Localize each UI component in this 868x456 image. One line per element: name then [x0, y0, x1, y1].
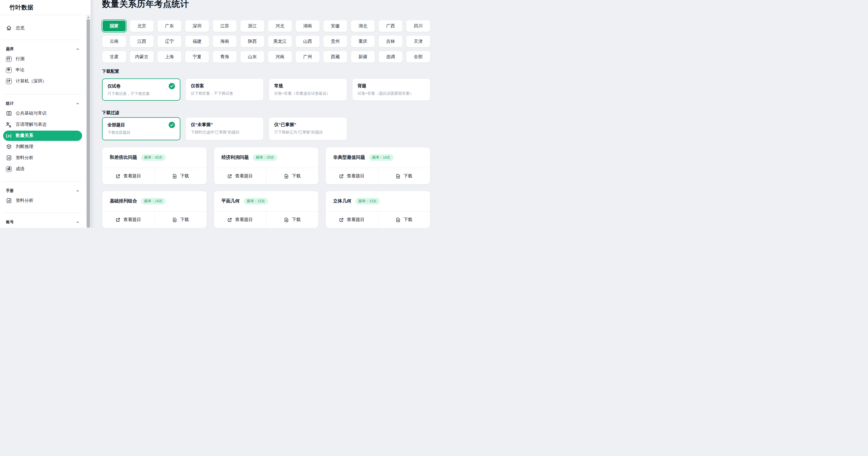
translate-icon: 文A [6, 121, 12, 128]
check-circle-icon [169, 83, 175, 89]
region-chip[interactable]: 广西 [378, 20, 403, 32]
region-chip[interactable]: 河南 [268, 51, 292, 63]
download-button[interactable]: 下载 [378, 211, 430, 228]
region-chip[interactable]: 安徽 [323, 20, 347, 32]
region-chip[interactable]: 江苏 [213, 20, 237, 32]
region-chip[interactable]: 上海 [157, 51, 182, 63]
sidebar-item-ziliao-manual[interactable]: 资料分析 [0, 195, 86, 206]
download-button[interactable]: 下载 [266, 168, 318, 184]
page-title: 数量关系历年考点统计 [102, 0, 430, 9]
sidebar-item-overview[interactable]: 总览 [0, 22, 86, 34]
topic-card: 平面几何 频率：13次 查看题目 下载 [214, 191, 318, 228]
sidebar-item-jisuanji[interactable]: 计 计算机（深圳） [0, 76, 86, 87]
download-config-heading: 下载配置 [102, 69, 430, 74]
topic-name: 立体几何 [333, 198, 351, 204]
external-link-icon [227, 174, 232, 179]
region-chip[interactable]: 湖北 [351, 20, 375, 32]
region-chip-selected[interactable]: 国家 [102, 20, 126, 32]
region-chip[interactable]: 宁夏 [185, 51, 209, 63]
sidebar-item-chengyu[interactable]: 成 成语 [0, 163, 86, 174]
view-questions-button[interactable]: 查看题目 [102, 168, 154, 184]
region-chip[interactable]: 重庆 [351, 35, 375, 47]
region-chip[interactable]: 海南 [213, 35, 237, 47]
scrollbar-thumb[interactable] [87, 19, 90, 228]
region-chip[interactable]: 河北 [268, 20, 292, 32]
region-chip[interactable]: 江西 [130, 35, 154, 47]
sidebar-section-tongji[interactable]: 统计 [0, 99, 86, 108]
option-title: 仅“已掌握” [274, 122, 297, 128]
region-chip[interactable]: 福建 [185, 35, 209, 47]
download-button[interactable]: 下载 [378, 168, 430, 184]
sidebar-section-shouce[interactable]: 手册 [0, 187, 86, 195]
config-option-paper-only-selected[interactable]: 仅试卷 只下载试卷，不下载答案 [102, 79, 180, 101]
view-questions-button[interactable]: 查看题目 [214, 211, 266, 228]
region-chip[interactable]: 天津 [406, 35, 430, 47]
config-option-normal[interactable]: 常规 试卷+答案（答案放在试卷最后） [269, 79, 347, 101]
view-questions-button[interactable]: 查看题目 [326, 211, 378, 228]
filter-option-all-selected[interactable]: 全部题目 下载全部题目 [102, 117, 180, 140]
region-chip[interactable]: 云南 [102, 35, 126, 47]
region-chip[interactable]: 青海 [213, 51, 237, 63]
region-chip[interactable]: 黑龙江 [268, 35, 292, 47]
ji-box-icon: 计 [6, 79, 12, 84]
option-desc: 下载全部题目 [107, 130, 175, 135]
file-download-icon [396, 217, 401, 223]
region-chip[interactable]: 辽宁 [157, 35, 182, 47]
download-button[interactable]: 下载 [266, 211, 318, 228]
region-chip[interactable]: 甘肃 [102, 51, 126, 63]
region-chip[interactable]: 山东 [240, 51, 265, 63]
view-questions-button[interactable]: 查看题目 [326, 168, 378, 184]
sidebar-scrollbar[interactable] [86, 15, 91, 228]
sidebar-item-label: 资料分析 [16, 198, 33, 204]
region-chip[interactable]: 陕西 [240, 35, 265, 47]
region-chip[interactable]: 四川 [406, 20, 430, 32]
region-chip[interactable]: 广东 [157, 20, 182, 32]
view-questions-button[interactable]: 查看题目 [102, 211, 154, 228]
sidebar-item-ziliao[interactable]: 资料分析 [0, 152, 86, 163]
config-option-answer-only[interactable]: 仅答案 仅下载答案，不下载试卷 [186, 79, 264, 101]
sidebar-item-xingce[interactable]: 行 行测 [0, 53, 86, 64]
frequency-badge: 频率：13次 [244, 198, 268, 204]
sidebar-item-label: 计算机（深圳） [16, 78, 47, 84]
sidebar-item-shenlun[interactable]: 申 申论 [0, 64, 86, 76]
cheng-box-icon: 成 [6, 166, 12, 172]
view-questions-button[interactable]: 查看题目 [214, 168, 266, 184]
option-title: 仅答案 [191, 83, 204, 89]
region-chip[interactable]: 选调 [378, 51, 403, 63]
check-circle-icon [169, 122, 175, 128]
config-option-recite[interactable]: 背题 试卷+答案（题目后面紧跟答案） [352, 79, 431, 101]
download-config-grid: 仅试卷 只下载试卷，不下载答案 仅答案 仅下载答案，不下载试卷 常规 试卷+答案… [102, 79, 430, 101]
region-chip-grid: 国家 北京 广东 深圳 江苏 浙江 河北 湖南 安徽 湖北 广西 四川 云南 江… [102, 20, 430, 63]
option-title: 背题 [358, 83, 367, 89]
region-chip[interactable]: 贵州 [323, 35, 347, 47]
sidebar-item-yanyu[interactable]: 文A 言语理解与表达 [0, 119, 86, 130]
region-chip[interactable]: 浙江 [240, 20, 265, 32]
region-chip[interactable]: 广州 [296, 51, 320, 63]
option-desc: 只下载试卷，不下载答案 [107, 91, 175, 96]
sidebar-item-gongji[interactable]: 公共基础与常识 [0, 108, 86, 119]
filter-option-mastered[interactable]: 仅“已掌握” 只下载标记为“已掌握”的题目 [269, 117, 347, 140]
scrollbar-up-arrow-icon[interactable] [86, 15, 91, 19]
sidebar-section-zhanghao[interactable]: 账号 [0, 218, 86, 226]
region-chip[interactable]: 北京 [130, 20, 154, 32]
sidebar-item-shuliang-active[interactable]: (x) 数量关系 [3, 131, 82, 141]
download-filter-heading: 下载过滤 [102, 110, 430, 115]
topic-card: 经济利润问题 频率：20次 查看题目 下载 [214, 147, 318, 184]
region-chip[interactable]: 全部 [406, 51, 430, 63]
sidebar-item-label: 言语理解与表达 [16, 121, 47, 127]
region-chip[interactable]: 山西 [296, 35, 320, 47]
region-chip[interactable]: 湖南 [296, 20, 320, 32]
region-chip[interactable]: 新疆 [351, 51, 375, 63]
region-chip[interactable]: 吉林 [378, 35, 403, 47]
option-title: 全部题目 [107, 122, 125, 128]
region-chip[interactable]: 内蒙古 [130, 51, 154, 63]
topic-card: 基础排列组合 频率：14次 查看题目 下载 [102, 191, 207, 228]
columns-icon [6, 110, 12, 117]
region-chip[interactable]: 西藏 [323, 51, 347, 63]
region-chip[interactable]: 深圳 [185, 20, 209, 32]
sidebar-item-panduan[interactable]: 判断推理 [0, 141, 86, 152]
download-button[interactable]: 下载 [154, 168, 207, 184]
download-button[interactable]: 下载 [154, 211, 207, 228]
filter-option-unmastered[interactable]: 仅“未掌握” 下载时过滤掉“已掌握”的题目 [186, 117, 264, 140]
sidebar-section-tiku[interactable]: 题库 [0, 45, 86, 53]
